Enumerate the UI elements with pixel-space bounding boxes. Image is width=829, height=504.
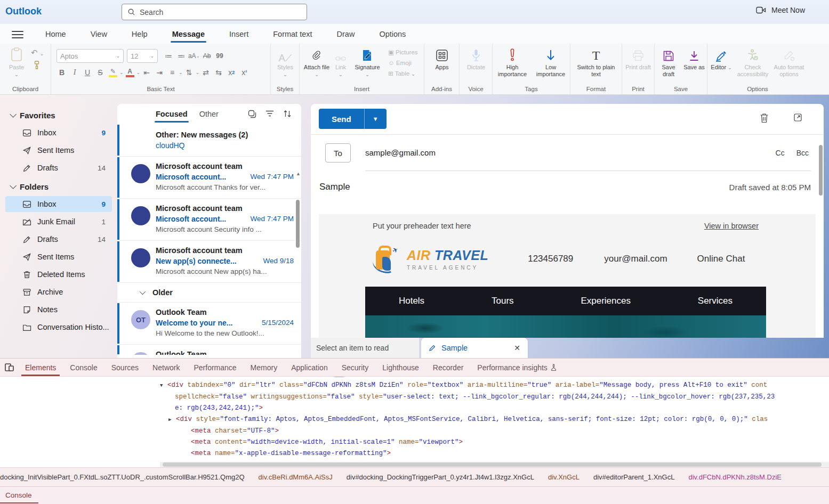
cc-button[interactable]: Cc [776, 149, 785, 157]
ribbon-tab-draw[interactable]: Draw [325, 24, 367, 44]
apps-button[interactable]: Apps [431, 48, 453, 71]
message-body[interactable]: Put your preheader text here View in bro… [319, 214, 816, 338]
sidebar-item-sent-items[interactable]: Sent Items [5, 142, 112, 158]
check-accessibility-button[interactable]: Check accessibility [735, 48, 770, 78]
breadcrumb-item[interactable]: div#editorParent_1.XnGcL [593, 473, 674, 481]
editor-button[interactable]: Editor ⌄ [709, 48, 734, 71]
sidebar-item-junk-email[interactable]: Junk Email1 [5, 214, 112, 230]
italic-button[interactable]: I [68, 66, 81, 79]
console-drawer-tab[interactable]: Console [0, 487, 38, 503]
send-button[interactable]: Send ▼ [319, 109, 387, 129]
devtools-tab-memory[interactable]: Memory [244, 359, 285, 376]
code-line[interactable]: <meta name="x-apple-disable-message-refo… [191, 448, 829, 459]
send-options-chevron[interactable]: ▼ [364, 109, 387, 129]
sidebar-section-folders[interactable]: Folders [0, 179, 117, 194]
email-nav-experiences[interactable]: Experiences [581, 296, 631, 306]
dictate-button[interactable]: Dictate [464, 48, 488, 71]
devtools-tab-network[interactable]: Network [146, 359, 187, 376]
devtools-tab-console[interactable]: Console [63, 359, 104, 376]
quote-icon[interactable]: 99 [213, 50, 226, 62]
format-painter-icon[interactable] [33, 61, 41, 69]
high-importance-button[interactable]: High importance [494, 48, 531, 78]
pane-scrollbar[interactable] [819, 145, 823, 196]
email-list-item[interactable]: OTOutlook TeamWelcome to your ne...5/15/… [117, 302, 301, 344]
bullet-list-icon[interactable]: ≔ [162, 50, 175, 62]
superscript-button[interactable]: x² [238, 66, 251, 79]
expand-arrow[interactable]: ▶ [168, 414, 176, 426]
align-button[interactable]: ≡ [166, 66, 179, 79]
font-name-select[interactable]: Aptos⌄ [57, 49, 124, 63]
code-line[interactable]: ▶<div style="font-family: Aptos, Aptos_E… [168, 414, 829, 426]
font-size-select[interactable]: 12⌄ [127, 49, 158, 63]
underline-button[interactable]: U [81, 66, 94, 79]
signature-button[interactable]: Signature⌄ [351, 48, 384, 78]
ribbon-tab-home[interactable]: Home [33, 24, 78, 44]
breadcrumb-item[interactable]: div.dFCbN.dPKNh.z8tsM.DziE [688, 473, 782, 481]
sidebar-item-deleted-items[interactable]: Deleted Items [5, 266, 112, 282]
devtools-tab-performance[interactable]: Performance [187, 359, 243, 376]
devtools-hscrollbar[interactable] [160, 462, 829, 467]
sidebar-item-conversation-histo-[interactable]: Conversation Histo... [5, 319, 112, 335]
rtl-icon[interactable]: ⇆ [212, 66, 225, 79]
ribbon-tab-message[interactable]: Message [160, 24, 217, 44]
low-importance-button[interactable]: Low importance [532, 48, 569, 78]
devtools-tab-lighthouse[interactable]: Lighthouse [375, 359, 426, 376]
popout-icon[interactable] [793, 113, 802, 122]
view-in-browser-link[interactable]: View in browser [704, 222, 759, 230]
strikethrough-button[interactable]: S [94, 66, 107, 79]
scroll-up-arrow[interactable]: ▲ [296, 171, 301, 176]
auto-format-button[interactable]: Auto format options [771, 48, 807, 78]
subject-input[interactable]: Sample [319, 182, 350, 192]
code-line[interactable]: e: rgb(243,242,241);"> [175, 403, 829, 414]
breadcrumb-item[interactable]: div.cBeRi.dMm6A.AiSsJ [259, 473, 333, 481]
ribbon-tab-view[interactable]: View [78, 24, 119, 44]
sort-icon[interactable] [283, 110, 292, 118]
decrease-indent-icon[interactable]: ⇤ [140, 66, 153, 79]
breadcrumb-item[interactable]: docking_InitVisiblePart_0.FXtdL.soZTT.Uo… [0, 473, 245, 481]
other-messages-banner[interactable]: Other: New messages (2) cloudHQ [117, 124, 301, 156]
ribbon-tab-insert[interactable]: Insert [217, 24, 261, 44]
devtools-tab-elements[interactable]: Elements [18, 359, 63, 376]
undo-button[interactable]: ↶ ⌄ [31, 48, 44, 58]
plain-text-button[interactable]: T Switch to plain text [572, 48, 620, 78]
select-messages-icon[interactable] [248, 110, 256, 118]
attach-file-button[interactable]: Attach file ⌄ [303, 48, 331, 78]
emoji-button[interactable]: ☺ Emoji [388, 58, 418, 68]
devtools-tab-sources[interactable]: Sources [104, 359, 146, 376]
sidebar-item-notes[interactable]: Notes [5, 302, 112, 318]
increase-indent-icon[interactable]: ⇥ [153, 66, 166, 79]
devtools-tab-security[interactable]: Security [335, 359, 376, 376]
code-line[interactable]: ▼<div tabindex="0" dir="ltr" class="dFCb… [160, 380, 829, 392]
save-as-button[interactable]: Save as [682, 48, 706, 71]
email-list-item[interactable]: Microsoft account teamMicrosoft account.… [117, 156, 301, 198]
ribbon-tab-help[interactable]: Help [119, 24, 160, 44]
subscript-button[interactable]: x2 [225, 66, 238, 79]
styles-button[interactable]: A⟋ Styles⌄ [273, 48, 297, 78]
devtools-elements-tree[interactable]: <div class="XnGcL" id="editorParent_1">f… [0, 377, 829, 462]
email-list-item[interactable]: Microsoft account teamMicrosoft account.… [117, 198, 301, 240]
sidebar-item-drafts[interactable]: Drafts14 [5, 231, 112, 247]
meet-now-button[interactable]: Meet Now [756, 6, 805, 14]
expand-arrow[interactable]: ▼ [160, 380, 167, 392]
message-list-scrollbar[interactable]: ▲ [296, 178, 300, 354]
cloudhq-link[interactable]: cloudHQ [156, 140, 294, 151]
ltr-icon[interactable]: ⇄ [199, 66, 212, 79]
tab-other[interactable]: Other [199, 110, 219, 118]
devtools-tab-application[interactable]: Application [284, 359, 335, 376]
sidebar-section-favorites[interactable]: Favorites [0, 108, 117, 123]
search-input[interactable]: Search [122, 4, 307, 20]
breadcrumb-item[interactable]: div#docking_DockingTriggerPart_0.yz4r1.J… [347, 473, 534, 481]
table-button[interactable]: ⊞ Table ⌄ [388, 68, 418, 79]
highlight-button[interactable]: ✎ [107, 66, 119, 79]
ribbon-tab-format-text[interactable]: Format text [261, 24, 324, 44]
change-case-icon[interactable]: aA ⌄ [188, 50, 200, 62]
email-nav-services[interactable]: Services [698, 296, 733, 306]
paste-button[interactable]: Paste⌄ [4, 48, 29, 78]
device-toolbar-icon[interactable] [0, 363, 18, 371]
clear-format-icon[interactable]: Ab [200, 50, 213, 62]
link-button[interactable]: Link⌄ [332, 48, 350, 78]
pictures-button[interactable]: ▣ Pictures [388, 47, 418, 58]
recipient-value[interactable]: sample@gmail.com [365, 148, 436, 157]
numbered-list-icon[interactable]: ≕ [175, 50, 188, 62]
hamburger-menu-icon[interactable] [12, 29, 23, 38]
